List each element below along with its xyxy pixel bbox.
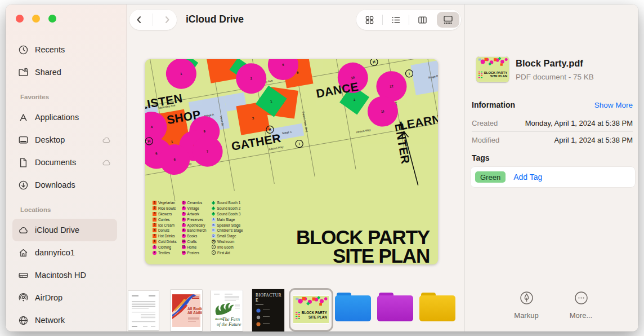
nav-divider <box>153 14 153 26</box>
file-name: Block Party.pdf <box>516 58 583 69</box>
gallery-view-icon <box>444 15 453 24</box>
legend-marker: 6 <box>182 218 186 222</box>
show-more-link[interactable]: Show More <box>594 101 633 109</box>
legend-row: 1 Vegetarian <box>153 200 177 206</box>
sidebar-item-downloads[interactable]: Downloads <box>12 174 117 196</box>
sidebar-item-shared[interactable]: Shared <box>12 61 117 83</box>
cloud-badge-icon <box>101 249 111 257</box>
legend-marker: B <box>212 223 216 227</box>
forward-button[interactable] <box>162 15 172 25</box>
legend-marker: 3 <box>153 212 156 216</box>
zoom-window-button[interactable] <box>48 15 56 23</box>
legend-row: 2 Textiles <box>153 250 177 255</box>
thumbnail-biofacture-document[interactable]: BIOFACTUR E <box>252 289 284 331</box>
sidebar-item-airdrop[interactable]: AirDrop <box>12 286 117 309</box>
screen: Recents Shared Favorites Applications <box>0 0 644 336</box>
legend-row: 9 Books <box>182 233 207 239</box>
sidebar-item-icon <box>18 135 29 145</box>
sidebar-item-label: Shared <box>35 68 61 77</box>
legend-label: Clothing <box>158 245 171 249</box>
legend-label: Textiles <box>158 251 170 255</box>
close-window-button[interactable] <box>16 15 24 23</box>
thumbnail-blue-folder[interactable] <box>335 293 371 322</box>
legend-column-2: 3 Ceramics 4 Vintage 5 Artwork 6 Preserv… <box>182 200 207 255</box>
legend-marker: W <box>212 240 216 244</box>
sidebar: Recents Shared Favorites Applications <box>6 5 127 331</box>
gallery-view-button-selected[interactable] <box>435 10 461 30</box>
legend-marker: 1 <box>212 201 216 205</box>
legend-marker: 1 <box>153 201 156 205</box>
legend-marker: 2 <box>153 251 156 255</box>
tags-field[interactable]: Green Add Tag <box>471 167 635 187</box>
sidebar-item-icon <box>18 247 29 258</box>
sidebar-item-icon <box>18 112 29 123</box>
legend-row: 7 Apothecary <box>182 222 207 228</box>
legend-row: 12 Posters <box>182 250 207 255</box>
cloud-badge-icon <box>101 317 111 324</box>
legend-marker: 2 <box>153 206 156 210</box>
sidebar-item-label: iCloud Drive <box>35 226 79 235</box>
sidebar-item-label: Macintosh HD <box>35 271 86 280</box>
icon-view-button[interactable] <box>356 10 382 30</box>
legend-label: Sound Booth 1 <box>217 201 241 205</box>
window-title: iCloud Drive <box>186 14 244 25</box>
legend-label: Vintage <box>187 206 199 210</box>
thumbnail-azolla-document[interactable]: Azolla: The Fern of the Future <box>211 290 243 331</box>
thumbnail-yellow-folder[interactable] <box>419 293 455 322</box>
sidebar-item-label: Desktop <box>35 135 65 144</box>
sidebar-item-icon <box>18 315 29 326</box>
thumbnail-all-bodies-document[interactable]: All Bodies, All Abilities <box>171 290 202 331</box>
add-tag-button[interactable]: Add Tag <box>513 173 542 182</box>
legend-label: Artwork <box>187 212 199 216</box>
legend-row: D Small Stage <box>212 233 243 239</box>
sidebar-item-desktop[interactable]: Desktop <box>12 129 117 151</box>
legend-label: Info Booth <box>217 245 234 249</box>
more-button[interactable]: More... <box>556 291 606 320</box>
list-view-button[interactable] <box>383 10 409 30</box>
cloud-badge-icon <box>101 182 111 189</box>
sidebar-item-applications[interactable]: Applications <box>12 106 117 129</box>
biofacture-preview: BIOFACTUR E <box>252 289 284 331</box>
legend-marker: 8 <box>153 240 156 244</box>
gallery-preview-block-party-pdf[interactable]: Stage AStage CStage DMcKinley AveMcKinle… <box>145 59 438 264</box>
legend-label: Sound Booth 3 <box>217 212 241 216</box>
legend-label: Rice Bowls <box>158 206 176 210</box>
sidebar-item-macintosh-hd[interactable]: Macintosh HD <box>12 264 117 286</box>
list-view-icon <box>392 16 400 24</box>
thumbnail-block-party-pdf-selected[interactable] <box>293 295 329 324</box>
all-bodies-title-2: All Abilities <box>187 311 202 315</box>
legend-label: Apothecary <box>187 223 205 227</box>
thumbnail-purple-folder[interactable] <box>377 293 413 322</box>
markup-button[interactable]: Markup <box>501 291 552 320</box>
legend-marker: C <box>212 228 216 232</box>
sidebar-item-icon <box>18 225 29 236</box>
legend-column-3: 1 Sound Booth 1 2 Sound Booth 2 3 Sound … <box>212 200 243 255</box>
legend-row: 5 Artwork <box>182 211 207 217</box>
sidebar-item-network[interactable]: Network <box>12 309 117 331</box>
legend-row: 4 Curries <box>153 216 177 222</box>
legend-marker: 9 <box>182 234 186 238</box>
cloud-badge-icon <box>101 227 111 234</box>
sidebar-item-dannyrico1[interactable]: dannyrico1 <box>12 241 117 264</box>
text-document-preview <box>128 291 159 330</box>
legend-label: Crafts <box>187 240 197 244</box>
svg-text:12: 12 <box>390 85 393 89</box>
tag-green[interactable]: Green <box>475 171 506 183</box>
back-button[interactable] <box>134 15 144 25</box>
thumbnail-text-document[interactable] <box>128 291 159 330</box>
legend-row: + First Aid <box>212 250 243 255</box>
legend-row: 6 Donuts <box>153 228 177 233</box>
map-legend: 1 Vegetarian 2 Rice Bowls 3 Skewers 4 Cu… <box>153 200 243 255</box>
legend-row: 6 Preserves <box>182 216 207 222</box>
biofacture-title-2: E <box>256 298 258 303</box>
minimize-window-button[interactable] <box>32 15 40 23</box>
sidebar-item-icloud-drive[interactable]: iCloud Drive <box>12 219 117 241</box>
sidebar-item-recents[interactable]: Recents <box>12 38 117 61</box>
column-view-button[interactable] <box>409 10 435 30</box>
sidebar-item-documents[interactable]: Documents <box>12 151 117 174</box>
sidebar-top-section: Recents Shared <box>6 38 126 83</box>
markup-label: Markup <box>501 311 552 320</box>
more-label: More... <box>556 311 606 320</box>
file-thumbnail-image <box>476 56 509 82</box>
legend-label: Preserves <box>187 218 203 222</box>
